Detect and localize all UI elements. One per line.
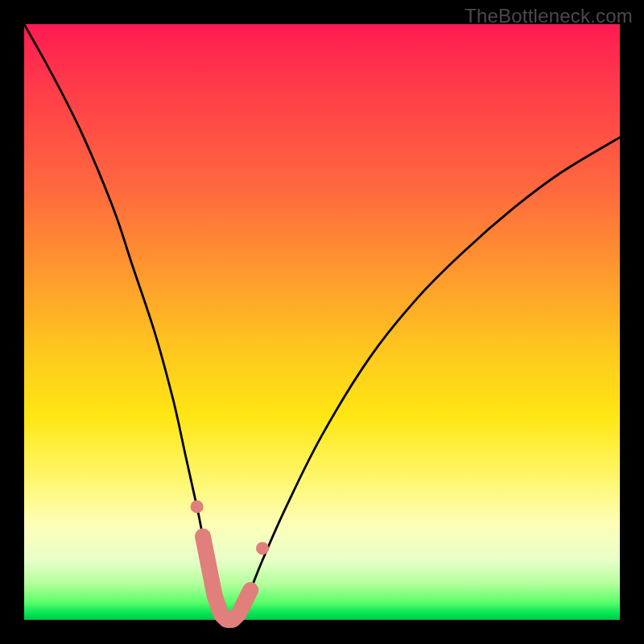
chart-frame: TheBottleneck.com xyxy=(0,0,644,644)
highlight-stroke xyxy=(203,536,250,620)
highlight-dot-left xyxy=(191,500,204,513)
highlight-segment xyxy=(191,500,269,620)
bottleneck-curve xyxy=(24,24,620,621)
chart-svg xyxy=(24,24,620,620)
highlight-dot-right xyxy=(256,542,269,555)
curve-line xyxy=(24,24,620,621)
